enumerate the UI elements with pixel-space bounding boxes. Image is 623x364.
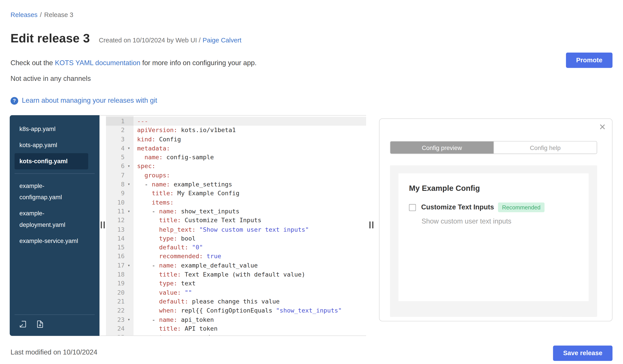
code-line-25[interactable]: 25 type: password [106, 333, 366, 336]
code-text[interactable]: title: Customize Text Inputs [134, 216, 366, 225]
editor-rows: 1---2apiVersion: kots.io/v1beta13kind: C… [106, 117, 366, 336]
yaml-editor[interactable]: 1---2apiVersion: kots.io/v1beta13kind: C… [99, 115, 366, 336]
preview-tabs: Config previewConfig help [390, 141, 597, 154]
promote-button[interactable]: Promote [566, 53, 612, 68]
help-icon[interactable]: ? [11, 97, 18, 104]
code-line-19[interactable]: 19 type: text [106, 279, 366, 288]
tab-config-help[interactable]: Config help [493, 141, 597, 154]
last-modified-text: Last modified on 10/10/2024 [11, 348, 97, 357]
kots-yaml-docs-link[interactable]: KOTS YAML documentation [55, 59, 140, 67]
docs-line: Check out the KOTS YAML documentation fo… [11, 59, 257, 67]
code-line-1[interactable]: 1--- [106, 117, 366, 126]
fold-arrow-icon[interactable]: ▾ [126, 162, 132, 171]
code-line-11[interactable]: 11▾ - name: show_text_inputs [106, 207, 366, 216]
import-file-icon[interactable] [19, 320, 27, 330]
line-number-23: 23▾ [106, 315, 133, 324]
code-line-3[interactable]: 3kind: Config [106, 135, 366, 144]
git-releases-link[interactable]: Learn about managing your releases with … [22, 97, 157, 105]
config-item-help-text: Show custom user text inputs [422, 217, 578, 225]
file-list-divider [15, 173, 95, 174]
customize-text-inputs-checkbox[interactable] [409, 204, 416, 211]
file-item-example-service.yaml[interactable]: example-service.yaml [15, 233, 88, 249]
code-text[interactable]: - name: api_token [134, 315, 366, 324]
code-line-16[interactable]: 16 recommended: true [106, 252, 366, 261]
code-text[interactable]: title: Text Example (with default value) [134, 270, 366, 279]
code-text[interactable]: recommended: true [134, 252, 366, 261]
sidebar-editor-resize-handle[interactable] [101, 222, 105, 228]
fold-arrow-icon[interactable]: ▾ [126, 261, 132, 270]
code-text[interactable]: default: "0" [134, 243, 366, 252]
code-line-20[interactable]: 20 value: "" [106, 288, 366, 297]
code-line-6[interactable]: 6▾spec: [106, 162, 366, 171]
line-number-21: 21 [106, 297, 133, 306]
line-number-17: 17▾ [106, 261, 133, 270]
code-text[interactable]: value: "" [134, 288, 366, 297]
code-text[interactable]: spec: [134, 162, 366, 171]
edit-release-page: Releases/Release 3 Edit release 3 Create… [0, 0, 623, 364]
config-item-row: Customize Text Inputs Recommended [409, 202, 578, 212]
line-number-6: 6▾ [106, 162, 133, 171]
code-line-15[interactable]: 15 default: "0" [106, 243, 366, 252]
code-line-18[interactable]: 18 title: Text Example (with default val… [106, 270, 366, 279]
code-line-4[interactable]: 4▾metadata: [106, 144, 366, 153]
code-line-8[interactable]: 8▾ - name: example_settings [106, 180, 366, 189]
file-item-example-configmap.yaml[interactable]: example-configmap.yaml [15, 178, 88, 205]
file-item-kots-config.yaml[interactable]: kots-config.yaml [15, 153, 88, 169]
code-text[interactable]: metadata: [134, 144, 366, 153]
code-text[interactable]: when: repl{{ ConfigOptionEquals "show_te… [134, 306, 366, 315]
breadcrumb: Releases/Release 3 [11, 11, 73, 19]
code-text[interactable]: name: config-sample [134, 153, 366, 162]
code-line-21[interactable]: 21 default: please change this value [106, 297, 366, 306]
author-link[interactable]: Paige Calvert [202, 37, 242, 44]
file-item-example-deployment.yaml[interactable]: example-deployment.yaml [15, 205, 88, 233]
fold-arrow-icon[interactable]: ▾ [126, 207, 132, 216]
line-number-4: 4▾ [106, 144, 133, 153]
new-file-icon[interactable] [36, 320, 44, 330]
code-text[interactable]: - name: show_text_inputs [134, 207, 366, 216]
line-number-19: 19 [106, 279, 133, 288]
code-text[interactable]: type: bool [134, 234, 366, 243]
line-number-14: 14 [106, 234, 133, 243]
editor-preview-resize-handle[interactable] [369, 222, 373, 228]
code-text[interactable]: type: password [134, 333, 366, 336]
code-line-13[interactable]: 13 help_text: "Show custom user text inp… [106, 225, 366, 234]
save-release-button[interactable]: Save release [553, 346, 613, 361]
fold-arrow-icon[interactable]: ▾ [126, 180, 132, 189]
breadcrumb-releases-link[interactable]: Releases [11, 11, 38, 18]
code-line-2[interactable]: 2apiVersion: kots.io/v1beta1 [106, 126, 366, 135]
code-text[interactable]: help_text: "Show custom user text inputs… [134, 225, 366, 234]
fold-arrow-icon[interactable]: ▾ [126, 315, 132, 324]
code-line-22[interactable]: 22 when: repl{{ ConfigOptionEquals "show… [106, 306, 366, 315]
tab-config-preview[interactable]: Config preview [390, 141, 493, 154]
code-text[interactable]: --- [134, 117, 366, 126]
line-number-15: 15 [106, 243, 133, 252]
file-item-k8s-app.yaml[interactable]: k8s-app.yaml [15, 121, 88, 137]
code-text[interactable]: - name: example_settings [134, 180, 366, 189]
created-text: Created on 10/10/2024 by Web UI / [99, 37, 200, 44]
code-text[interactable]: items: [134, 198, 366, 207]
code-line-7[interactable]: 7 groups: [106, 171, 366, 180]
code-text[interactable]: default: please change this value [134, 297, 366, 306]
code-text[interactable]: title: My Example Config [134, 189, 366, 198]
code-text[interactable]: - name: example_default_value [134, 261, 366, 270]
code-line-17[interactable]: 17▾ - name: example_default_value [106, 261, 366, 270]
code-line-14[interactable]: 14 type: bool [106, 234, 366, 243]
code-text[interactable]: groups: [134, 171, 366, 180]
created-info: Created on 10/10/2024 by Web UI /Paige C… [99, 37, 242, 44]
code-line-23[interactable]: 23▾ - name: api_token [106, 315, 366, 324]
code-text[interactable]: apiVersion: kots.io/v1beta1 [134, 126, 366, 135]
code-line-24[interactable]: 24 title: API token [106, 324, 366, 333]
code-line-12[interactable]: 12 title: Customize Text Inputs [106, 216, 366, 225]
code-text[interactable]: kind: Config [134, 135, 366, 144]
breadcrumb-current: Release 3 [44, 11, 73, 18]
line-number-11: 11▾ [106, 207, 133, 216]
close-icon[interactable]: × [599, 120, 605, 133]
code-line-5[interactable]: 5 name: config-sample [106, 153, 366, 162]
file-item-kots-app.yaml[interactable]: kots-app.yaml [15, 137, 88, 153]
code-text[interactable]: title: API token [134, 324, 366, 333]
code-text[interactable]: type: text [134, 279, 366, 288]
code-line-10[interactable]: 10 items: [106, 198, 366, 207]
code-line-9[interactable]: 9 title: My Example Config [106, 189, 366, 198]
line-number-8: 8▾ [106, 180, 133, 189]
fold-arrow-icon[interactable]: ▾ [126, 144, 132, 153]
